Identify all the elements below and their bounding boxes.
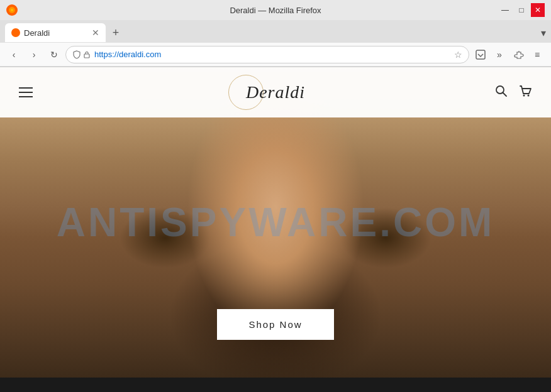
search-icon <box>494 84 508 98</box>
svg-rect-4 <box>476 50 485 59</box>
firefox-logo-area <box>6 4 18 16</box>
cart-button[interactable] <box>518 84 532 101</box>
tab-close-button[interactable]: ✕ <box>92 28 99 38</box>
reload-button[interactable]: ↻ <box>45 46 63 63</box>
tab-overflow-button[interactable]: ▾ <box>541 27 546 39</box>
security-indicator <box>72 50 91 59</box>
logo-text: Deraldi <box>246 82 305 102</box>
site-logo[interactable]: Deraldi <box>231 74 320 111</box>
tab-bar: Deraldi ✕ + ▾ <box>0 20 551 43</box>
close-button[interactable]: ✕ <box>531 3 545 17</box>
svg-point-7 <box>523 94 525 96</box>
url-bar[interactable]: https://deraldi.com ☆ <box>65 46 469 63</box>
site-nav-right <box>494 84 532 101</box>
lock-icon <box>83 51 91 58</box>
pocket-icon[interactable] <box>472 46 489 63</box>
forward-button[interactable]: › <box>25 46 43 63</box>
browser-tab-deraldi[interactable]: Deraldi ✕ <box>5 23 106 42</box>
svg-point-2 <box>11 9 13 11</box>
svg-rect-3 <box>84 54 89 58</box>
cart-icon <box>518 84 532 98</box>
nav-right-icons: » ≡ <box>472 46 546 63</box>
extensions-button[interactable] <box>509 46 527 63</box>
more-tools-button[interactable]: » <box>491 46 508 63</box>
watermark: ANTISPYWARE.COM <box>57 199 494 246</box>
hamburger-menu-button[interactable] <box>19 87 33 97</box>
shield-icon <box>72 50 81 59</box>
window-controls: — □ ✕ <box>498 3 545 17</box>
search-button[interactable] <box>494 84 508 101</box>
svg-point-8 <box>528 94 530 96</box>
window-title: Deraldi — Mozilla Firefox <box>230 6 321 15</box>
minimize-button[interactable]: — <box>498 3 512 17</box>
firefox-icon <box>6 4 18 16</box>
new-tab-button[interactable]: + <box>107 24 125 41</box>
svg-line-6 <box>503 92 507 96</box>
site-navbar: Deraldi <box>0 67 551 117</box>
tab-label: Deraldi <box>24 28 50 38</box>
shop-now-button[interactable]: Shop Now <box>217 309 333 340</box>
title-bar: Deraldi — Mozilla Firefox — □ ✕ <box>0 0 551 20</box>
browser-menu-button[interactable]: ≡ <box>528 46 546 63</box>
bookmark-star-icon[interactable]: ☆ <box>454 50 462 60</box>
back-button[interactable]: ‹ <box>5 46 23 63</box>
url-text: https://deraldi.com <box>94 50 450 59</box>
tab-favicon <box>11 28 20 37</box>
website-content: ANTISPYWARE.COM Shop Now Deraldi <box>0 67 551 378</box>
maximize-button[interactable]: □ <box>515 3 528 17</box>
nav-bar: ‹ › ↻ https://deraldi.com ☆ <box>0 43 551 67</box>
